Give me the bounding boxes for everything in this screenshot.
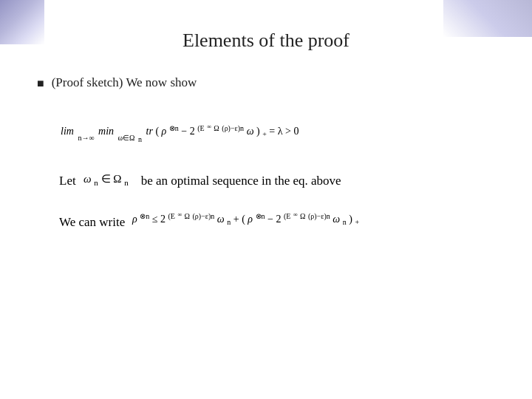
we-can-write-line: We can write ρ ⊗n ≤ 2 (E ∞ Ω (ρ)−ε)n ω n… [59, 206, 495, 239]
proof-sketch-text: (Proof sketch) We now show [52, 74, 197, 92]
svg-text:ρ
          ⊗n
           ≤ 2
: ρ ⊗n ≤ 2 (E ∞ Ω (ρ)−ε)n ω n + ( ρ ⊗n − 2… [132, 208, 359, 227]
let-label: Let [59, 174, 76, 188]
let-formula-svg: ω n ∈ Ω n [82, 168, 135, 189]
we-can-write-formula: ρ ⊗n ≤ 2 (E ∞ Ω (ρ)−ε)n ω n + ( ρ ⊗n − 2… [131, 206, 449, 239]
let-rest-text: be an optimal sequence in the eq. above [141, 174, 341, 188]
svg-text:lim
          n→∞
          mi: lim n→∞ min ω∈Ω n tr ( ρ ⊗n − 2 (E ∞ Ω (… [61, 120, 299, 144]
proof-sketch-bullet: ■ (Proof sketch) We now show [37, 74, 495, 92]
bullet-marker: ■ [37, 75, 44, 92]
let-line: Let ω n ∈ Ω n be an optimal sequence in … [59, 168, 495, 194]
we-can-write-formula-svg: ρ ⊗n ≤ 2 (E ∞ Ω (ρ)−ε)n ω n + ( ρ ⊗n − 2… [131, 206, 449, 234]
main-formula-block: lim n→∞ min ω∈Ω n tr ( ρ ⊗n − 2 (E ∞ Ω (… [59, 112, 495, 154]
let-math: ω n ∈ Ω n [82, 168, 135, 194]
main-formula: lim n→∞ min ω∈Ω n tr ( ρ ⊗n − 2 (E ∞ Ω (… [59, 112, 318, 154]
slide-title: Elements of the proof [37, 30, 495, 52]
main-formula-svg: lim n→∞ min ω∈Ω n tr ( ρ ⊗n − 2 (E ∞ Ω (… [59, 112, 318, 149]
slide-content: Elements of the proof ■ (Proof sketch) W… [0, 0, 532, 399]
svg-text:ω
          n
           ∈ Ω
 : ω n ∈ Ω n [83, 173, 129, 188]
we-can-write-label: We can write [59, 215, 125, 230]
